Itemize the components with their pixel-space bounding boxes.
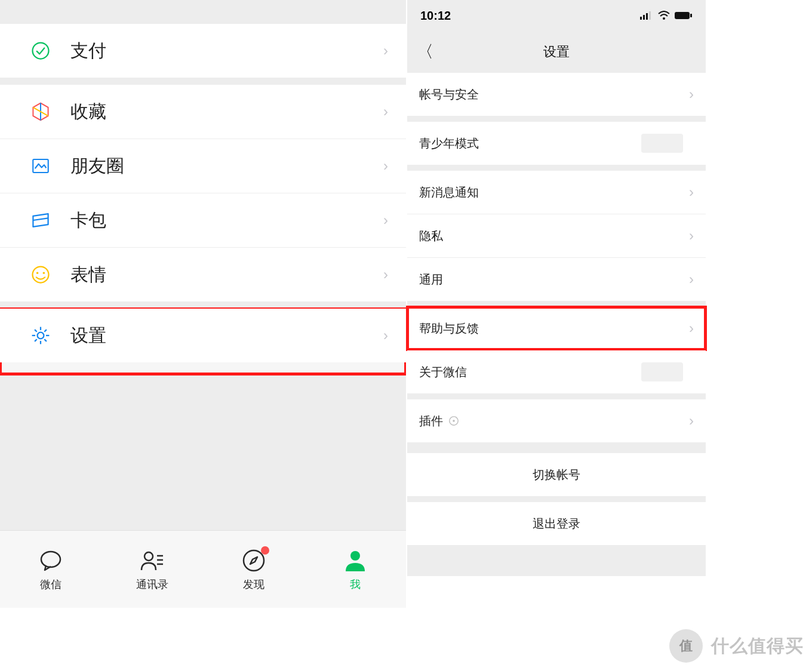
cellular-icon xyxy=(640,11,653,20)
status-icons xyxy=(640,11,693,20)
back-button[interactable]: 〈 xyxy=(417,41,433,63)
tab-me[interactable]: 我 xyxy=(304,531,406,608)
tab-discover[interactable]: 发现 xyxy=(203,531,304,608)
row-plugins-label: 插件 xyxy=(419,413,443,429)
chevron-right-icon: › xyxy=(383,212,388,229)
chevron-right-icon: › xyxy=(689,227,694,244)
row-pay-label: 支付 xyxy=(70,39,383,63)
chevron-right-icon: › xyxy=(383,103,388,120)
row-privacy-label: 隐私 xyxy=(419,228,689,244)
settings-screen: 10:12 〈 设置 帐号与安全 › 青少年模式 › 新消息通知 › xyxy=(407,0,706,576)
row-general-label: 通用 xyxy=(419,272,689,288)
status-bar: 10:12 xyxy=(407,0,706,31)
row-help-feedback[interactable]: 帮助与反馈 › xyxy=(407,307,706,350)
me-icon xyxy=(342,547,368,574)
section-divider xyxy=(407,496,706,502)
gear-icon xyxy=(29,324,53,347)
row-general[interactable]: 通用 › xyxy=(407,258,706,301)
svg-point-0 xyxy=(33,43,49,59)
chevron-right-icon: › xyxy=(383,158,388,174)
svg-rect-10 xyxy=(640,17,642,20)
wifi-icon xyxy=(658,11,670,20)
row-favorites[interactable]: 收藏 › xyxy=(0,85,406,138)
svg-point-8 xyxy=(244,550,264,571)
section-divider xyxy=(407,165,706,171)
sticker-icon xyxy=(29,263,53,287)
chevron-right-icon: › xyxy=(383,266,388,283)
svg-point-9 xyxy=(350,551,360,561)
me-screen: 支付 › 收藏 › 朋友圈 › 卡包 › xyxy=(0,0,406,608)
row-settings[interactable]: 设置 › xyxy=(0,309,406,362)
nav-title: 设置 xyxy=(543,43,570,61)
row-privacy[interactable]: 隐私 › xyxy=(407,214,706,257)
row-cards-label: 卡包 xyxy=(70,208,383,233)
svg-rect-15 xyxy=(675,12,690,19)
chevron-right-icon: › xyxy=(689,271,694,288)
svg-rect-12 xyxy=(646,13,648,20)
row-plugins[interactable]: 插件 › xyxy=(407,399,706,442)
row-notify-label: 新消息通知 xyxy=(419,184,689,201)
chevron-right-icon: › xyxy=(689,320,694,337)
tab-me-label: 我 xyxy=(350,577,361,592)
tab-bar: 微信 通讯录 发现 我 xyxy=(0,530,406,608)
row-cards[interactable]: 卡包 › xyxy=(0,193,406,247)
row-stickers[interactable]: 表情 › xyxy=(0,248,406,301)
row-favorites-label: 收藏 xyxy=(70,100,383,124)
value-placeholder xyxy=(641,134,683,153)
chat-icon xyxy=(38,547,64,574)
moments-icon xyxy=(29,154,53,178)
row-about-label: 关于微信 xyxy=(419,364,641,380)
row-help-label: 帮助与反馈 xyxy=(419,321,689,337)
chevron-right-icon: › xyxy=(689,86,694,103)
chevron-right-icon: › xyxy=(689,413,694,429)
watermark-badge: 值 xyxy=(669,629,703,663)
row-account-label: 帐号与安全 xyxy=(419,87,689,103)
row-about[interactable]: 关于微信 › xyxy=(407,350,706,393)
svg-point-4 xyxy=(43,272,45,275)
row-moments[interactable]: 朋友圈 › xyxy=(0,139,406,193)
row-account-security[interactable]: 帐号与安全 › xyxy=(407,73,706,116)
tab-contacts-label: 通讯录 xyxy=(136,577,168,592)
watermark: 值 什么值得买 xyxy=(669,629,804,663)
svg-point-6 xyxy=(41,552,60,567)
tab-discover-label: 发现 xyxy=(243,577,264,592)
row-notifications[interactable]: 新消息通知 › xyxy=(407,171,706,214)
nav-bar: 〈 设置 xyxy=(407,31,706,73)
row-pay[interactable]: 支付 › xyxy=(0,24,406,78)
svg-rect-13 xyxy=(649,11,651,20)
svg-point-2 xyxy=(33,267,49,283)
section-divider xyxy=(407,393,706,399)
chevron-right-icon: › xyxy=(383,42,388,59)
contacts-icon xyxy=(139,547,165,574)
cards-icon xyxy=(29,208,53,232)
row-youth-mode[interactable]: 青少年模式 › xyxy=(407,122,706,165)
svg-point-3 xyxy=(36,272,39,275)
row-switch-account[interactable]: 切换帐号 xyxy=(407,453,706,496)
chevron-right-icon: › xyxy=(689,184,694,201)
section-divider xyxy=(407,116,706,122)
section-divider xyxy=(407,442,706,453)
svg-point-7 xyxy=(144,552,153,561)
notification-dot xyxy=(261,546,269,555)
section-divider xyxy=(0,78,406,85)
tab-contacts[interactable]: 通讯录 xyxy=(102,531,203,608)
tab-chats-label: 微信 xyxy=(40,577,61,592)
logout-label: 退出登录 xyxy=(533,516,580,532)
row-logout[interactable]: 退出登录 xyxy=(407,502,706,545)
row-settings-label: 设置 xyxy=(70,324,383,348)
row-youth-label: 青少年模式 xyxy=(419,136,641,152)
svg-point-18 xyxy=(453,420,455,422)
spacer xyxy=(0,0,406,24)
value-placeholder xyxy=(641,362,683,381)
section-divider xyxy=(407,301,706,307)
highlight-settings: 设置 › xyxy=(0,309,406,374)
switch-account-label: 切换帐号 xyxy=(533,467,580,483)
svg-rect-16 xyxy=(690,14,692,17)
row-moments-label: 朋友圈 xyxy=(70,154,383,178)
row-stickers-label: 表情 xyxy=(70,263,383,287)
battery-icon xyxy=(675,11,693,20)
chevron-right-icon: › xyxy=(383,327,388,344)
plugin-icon xyxy=(448,415,460,427)
svg-point-14 xyxy=(663,17,665,20)
tab-chats[interactable]: 微信 xyxy=(0,531,102,608)
